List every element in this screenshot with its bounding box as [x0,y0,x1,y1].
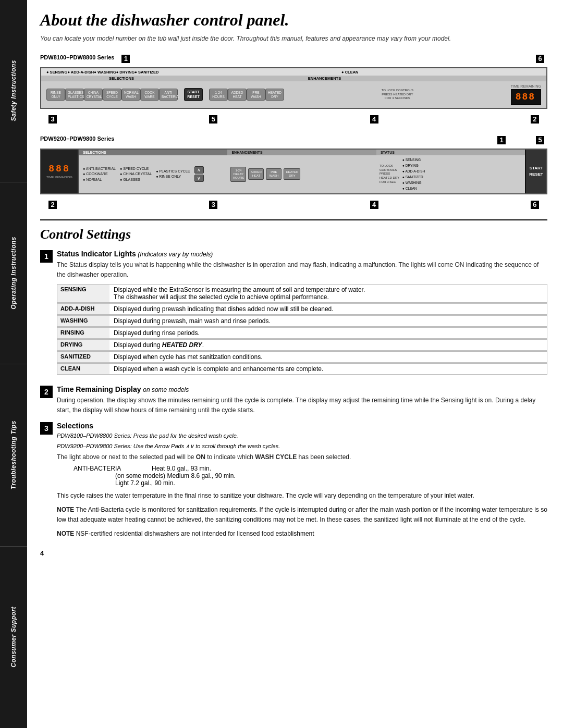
row-sanitized-body: Displayed when cycle has met sanitizatio… [109,352,547,362]
pdw9200-start-reset[interactable]: STARTRESET [525,150,546,193]
pdw9200-status-body: TO LOCKCONTROLSPRESSHEATED DRYFOR 3 SEC … [376,155,525,193]
ab-val-1: Heat 9.0 gal., 93 min. [152,465,211,472]
status-info-table: SENSING Displayed while the ExtraSensor … [57,284,547,375]
main-content: About the dishwasher control panel. You … [27,0,563,728]
btn-start-reset[interactable]: STARTRESET [184,88,203,101]
label-washing: ● WASHING [94,70,116,75]
row-washing-body: Displayed during prewash, main wash and … [109,316,547,326]
btn-anti-bacteria[interactable]: ANTIBACTERIA [159,89,178,101]
enh-btn-added-heat[interactable]: ADDEDHEAT [248,168,264,180]
btn-rinse-only[interactable]: RINSEONLY [46,89,65,101]
item1-number: 1 [40,250,53,263]
btn-china-crystal[interactable]: CHINACRYSTAL [84,89,103,101]
ab-val-3: Light 7.2 gal., 90 min. [115,479,175,487]
panel-pdw8100: ● SENSING ● ADD-A-DISH ● WASHING ● DRYIN… [40,67,547,109]
btn-cook-ware[interactable]: COOKWARE [140,89,159,101]
btn-speed-cycle[interactable]: SPEEDCYCLE [103,89,121,101]
row-rinsing-body: Displayed during rinse periods. [109,328,547,338]
diagram1-series-label: PDW8100–PDW8800 Series [40,54,114,60]
diagram2-num5: 5 [535,135,545,145]
ab-row-1: ANTI-BACTERIA Heat 9.0 gal., 93 min. [74,465,547,472]
control-settings-title: Control Settings [40,227,547,242]
item2-content: Time Remaining Display on some models Du… [57,385,547,415]
num2-d2: 2 [47,200,58,210]
btn-pre-wash[interactable]: PREWASH [247,89,265,101]
enh-btn-delay-hours[interactable]: 1-24DELAYHOURS [230,167,246,182]
pdw9200-status-header: STATUS [376,150,525,155]
pdw9200-selections-header: SELECTIONS [79,150,227,155]
row-addadish-header: ADD-A-DISH [57,304,109,314]
label-addadish: ● ADD-A-DISH [67,70,94,75]
btn-glasses-plastics[interactable]: GLASSESPLASTICS [65,89,84,101]
status-indicators: ● SENSING ● DRYING ● ADD-A-DISH ● SANITI… [402,157,425,191]
sidebar-label-troubleshooting: Troubleshooting Tips [10,421,17,489]
item3-sub2: PDW9200–PDW9800 Series: Use the Arrow Pa… [57,442,547,451]
selections-label: SELECTIONS [109,76,134,81]
sel-col-1: ANTI-BACTERIAL COOKWARE NORMAL [83,166,116,183]
item3-content: Selections PDW8100–PDW8800 Series: Press… [57,422,547,543]
item3-number: 3 [40,422,53,435]
sidebar-section-operating: Operating Instructions [0,182,27,365]
row-clean-header: CLEAN [57,364,109,374]
to-lock-label: TO LOCK CONTROLSPRESS HEATED DRYFOR 3 SE… [382,89,413,101]
display-seg: TIME REMAINING 888 [511,84,541,105]
enh-btn-pre-wash[interactable]: PREWASH [266,168,282,180]
num6-d2: 6 [530,200,540,210]
sidebar-label-safety: Safety Instructions [10,60,17,121]
row-sensing-header: SENSING [57,285,109,302]
item1-body-intro: The Status display tells you what is hap… [57,260,547,280]
item3-arrow-note: The light above or next to the selected … [57,452,547,462]
row-rinsing-header: RINSING [57,328,109,338]
row-washing-header: WASHING [57,316,109,326]
label-sanitized: ● SANITIZED [134,70,158,75]
arrow-up[interactable]: ∧ [194,166,204,174]
row-sanitized: SANITIZED Displayed when cycle has met s… [57,351,547,363]
sidebar-label-consumer: Consumer Support [10,607,17,668]
enh-btn-heated-dry[interactable]: HEATEDDRY [284,168,300,180]
item1-content: Status Indicator Lights (Indicators vary… [57,250,547,379]
pdw9200-enhancements: ENHANCEMENTS 1-24DELAYHOURS ADDEDHEAT PR… [227,150,376,193]
diagram1-num1: 1 [120,54,131,64]
pdw9200-time-label: TIME REMAINING [46,176,72,179]
row-addadish-body: Displayed during prewash indicating that… [109,304,547,314]
btn-normal-wash[interactable]: NORMALWASH [121,89,140,101]
selections-row: SELECTIONS ENHANCEMENTS [41,76,546,81]
arrow-buttons[interactable]: ∧ ∨ [194,166,204,182]
sidebar: Safety Instructions Operating Instructio… [0,0,27,728]
row-drying-header: DRYING [57,340,109,350]
ab-val-2: Medium 8.6 gal., 90 min. [167,472,235,479]
arrow-down[interactable]: ∨ [194,175,204,182]
row-rinsing: RINSING Displayed during rinse periods. [57,327,547,339]
item1-subtitle: (Indicators vary by models) [138,251,213,258]
label-drying: ● DRYING [116,70,135,75]
pdw9200-display: 888 TIME REMAINING [41,150,79,193]
item3-note1: NOTE The Anti-Bacteria cycle is monitore… [57,505,547,525]
ab-table: ANTI-BACTERIA Heat 9.0 gal., 93 min. (on… [74,465,547,487]
heated-dry-text: HEATED DRY [162,341,202,349]
item-selections: 3 Selections PDW8100–PDW8800 Series: Pre… [40,422,547,543]
item2-title: Time Remaining Display [57,385,141,393]
btn-added-heat[interactable]: ADDEDHEAT [228,89,247,101]
pdw9200-selections-body: ANTI-BACTERIAL COOKWARE NORMAL SPEED CYC… [79,155,227,193]
pdw9200-mid: SELECTIONS ANTI-BACTERIAL COOKWARE NORMA… [79,150,227,193]
item3-ab-body: This cycle raises the water temperature … [57,491,547,501]
sidebar-section-troubleshooting: Troubleshooting Tips [0,364,27,547]
item1-title: Status Indicator Lights [57,250,136,258]
num3: 3 [47,114,58,125]
btn-heated-dry[interactable]: HEATEDDRY [265,89,284,101]
sel-col-3: PLASTICS CYCLE RINSE ONLY [156,169,190,180]
row-washing: WASHING Displayed during prewash, main w… [57,315,547,327]
btn-1-24-hours[interactable]: 1-24HOURS [209,89,228,101]
ab-label-2: (on some models) [115,472,165,479]
row-drying-body: Displayed during HEATED DRY. [109,340,547,350]
label-sensing: ● SENSING [46,70,67,75]
num5: 5 [208,114,218,125]
item2-body: During operation, the display shows the … [57,396,547,415]
row-sensing-body: Displayed while the ExtraSensor is measu… [109,285,547,302]
nums-below-diagram1: 3 5 4 2 [40,113,547,126]
num2: 2 [530,114,540,125]
page-subtitle: You can locate your model number on the … [40,34,547,43]
sidebar-section-safety: Safety Instructions [0,0,27,182]
ab-row-2: (on some models) Medium 8.6 gal., 90 min… [115,472,547,479]
panel-pdw9200: 888 TIME REMAINING SELECTIONS ANTI-BACTE… [40,149,547,194]
